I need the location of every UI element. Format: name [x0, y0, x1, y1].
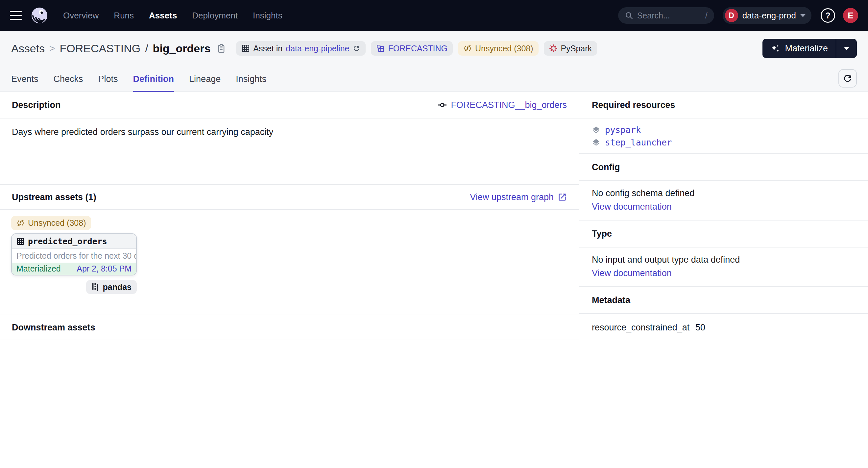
breadcrumb-row: Assets > FORECASTING / big_orders Asset …	[11, 31, 857, 66]
breadcrumb-separator: >	[49, 43, 55, 54]
nav-item-deployment[interactable]: Deployment	[192, 10, 238, 21]
tag-unsynced[interactable]: Unsynced (308)	[458, 41, 538, 56]
environment-badge: D	[725, 9, 738, 22]
tag-asset-in-job: Asset in data-eng-pipeline	[236, 41, 366, 56]
tag-unsynced-label: Unsynced (308)	[475, 44, 533, 53]
nav-item-runs[interactable]: Runs	[114, 10, 134, 21]
tab-definition[interactable]: Definition	[133, 74, 174, 92]
description-header-row: Description FORECASTING__big_orders	[0, 92, 579, 118]
caret-down-icon	[844, 47, 849, 50]
metadata-key: resource_constrained_at	[592, 323, 695, 333]
tag-kind-pyspark[interactable]: PySpark	[544, 41, 597, 56]
breadcrumb-group: FORECASTING	[60, 42, 141, 55]
breadcrumb-assets-link[interactable]: Assets	[11, 42, 45, 55]
required-resources-title: Required resources	[592, 100, 675, 110]
materialize-dropdown-button[interactable]	[836, 39, 857, 58]
metadata-value: 50	[695, 323, 705, 333]
nav-item-insights[interactable]: Insights	[253, 10, 282, 21]
spark-icon	[549, 44, 558, 53]
nav-item-assets[interactable]: Assets	[149, 10, 177, 21]
asset-tabs: Events Checks Plots Definition Lineage I…	[11, 66, 857, 91]
search-shortcut-hint: /	[705, 11, 708, 21]
tag-kind-label: PySpark	[561, 44, 592, 53]
type-empty-text: No input and output type data defined	[592, 255, 856, 265]
metadata-row: resource_constrained_at 50	[579, 314, 868, 341]
breadcrumb: Assets > FORECASTING / big_orders	[11, 42, 210, 55]
tab-insights[interactable]: Insights	[236, 74, 266, 92]
sync-problem-icon	[17, 219, 25, 227]
view-upstream-graph-link[interactable]: View upstream graph	[470, 192, 567, 202]
metadata-title: Metadata	[592, 295, 630, 305]
asset-card-name: predicted_orders	[28, 237, 107, 246]
search-input[interactable]	[637, 11, 693, 21]
dagster-logo-icon[interactable]	[31, 7, 48, 24]
tag-group-label: FORECASTING	[388, 44, 447, 53]
type-header: Type	[579, 221, 868, 247]
asset-card-tags: pandas	[11, 280, 137, 294]
tab-plots[interactable]: Plots	[98, 74, 118, 92]
resource-item-step-launcher[interactable]: step_launcher	[592, 138, 856, 147]
menu-icon[interactable]	[10, 11, 22, 20]
tab-lineage[interactable]: Lineage	[189, 74, 221, 92]
materialize-button[interactable]: Materialize	[763, 39, 836, 58]
tab-checks[interactable]: Checks	[54, 74, 83, 92]
sync-problem-icon	[463, 44, 472, 53]
tag-kind-pandas[interactable]: pandas	[86, 280, 137, 294]
main-panel: Description FORECASTING__big_orders Days…	[0, 92, 579, 468]
tag-prefix: Asset in	[253, 44, 282, 53]
tab-events[interactable]: Events	[11, 74, 38, 92]
metadata-header: Metadata	[579, 287, 868, 314]
description-title: Description	[12, 100, 61, 110]
sparkles-icon	[770, 43, 780, 53]
pandas-icon	[91, 283, 99, 291]
config-empty-text: No config schema defined	[592, 188, 856, 199]
breadcrumb-path-separator: /	[145, 42, 148, 55]
type-body: No input and output type data defined Vi…	[579, 247, 868, 287]
search-box[interactable]: /	[618, 7, 714, 24]
table-grid-icon	[17, 237, 25, 245]
downstream-header-row: Downstream assets	[0, 315, 579, 340]
user-avatar[interactable]: E	[843, 8, 858, 23]
definition-sidebar: Required resources pyspark step_launcher…	[579, 92, 868, 468]
view-upstream-graph-label: View upstream graph	[470, 192, 554, 202]
upstream-body: Unsynced (308) predicted_orders Predicte…	[0, 210, 579, 315]
config-title: Config	[592, 162, 620, 172]
resource-name: pyspark	[605, 125, 641, 135]
tag-asset-group[interactable]: FORECASTING	[371, 41, 453, 56]
type-view-documentation-link[interactable]: View documentation	[592, 268, 856, 279]
tag-pandas-label: pandas	[102, 282, 131, 292]
pipeline-link[interactable]: data-eng-pipeline	[286, 44, 349, 53]
job-link[interactable]: FORECASTING__big_orders	[438, 100, 567, 110]
asset-name-title: big_orders	[153, 42, 211, 55]
help-icon[interactable]: ?	[820, 8, 835, 23]
required-resources-header: Required resources	[579, 92, 868, 118]
copy-icon[interactable]	[216, 43, 226, 53]
unsynced-badge[interactable]: Unsynced (308)	[11, 216, 91, 230]
environment-name: data-eng-prod	[742, 10, 796, 21]
required-resources-list: pyspark step_launcher	[579, 118, 868, 154]
config-view-documentation-link[interactable]: View documentation	[592, 202, 856, 212]
layers-icon	[592, 138, 600, 147]
refresh-small-icon[interactable]	[352, 45, 360, 52]
nav-item-overview[interactable]: Overview	[63, 10, 99, 21]
materialized-status: Materialized	[17, 264, 61, 273]
search-icon	[625, 11, 633, 20]
description-body: Days where predicted orders surpass our …	[0, 118, 579, 185]
asset-tags: Asset in data-eng-pipeline FORECASTING U…	[236, 41, 597, 56]
asset-group-icon	[376, 44, 385, 53]
upstream-asset-card[interactable]: predicted_orders Predicted orders for th…	[11, 233, 137, 275]
upstream-title: Upstream assets (1)	[12, 192, 96, 202]
environment-switcher[interactable]: D data-eng-prod	[723, 7, 811, 24]
materialization-timestamp-link[interactable]: Apr 2, 8:05 PM	[76, 264, 131, 273]
definition-content: Description FORECASTING__big_orders Days…	[0, 92, 868, 468]
chevron-down-icon	[800, 14, 806, 17]
resource-name: step_launcher	[605, 138, 672, 147]
page-header: Assets > FORECASTING / big_orders Asset …	[0, 31, 868, 92]
job-icon	[438, 100, 447, 110]
refresh-button[interactable]	[838, 69, 857, 88]
description-text: Days where predicted orders surpass our …	[12, 127, 273, 137]
resource-item-pyspark[interactable]: pyspark	[592, 125, 856, 135]
unsynced-badge-label: Unsynced (308)	[28, 218, 86, 228]
asset-card-footer: Materialized Apr 2, 8:05 PM	[12, 263, 136, 275]
materialize-label: Materialize	[785, 43, 828, 54]
